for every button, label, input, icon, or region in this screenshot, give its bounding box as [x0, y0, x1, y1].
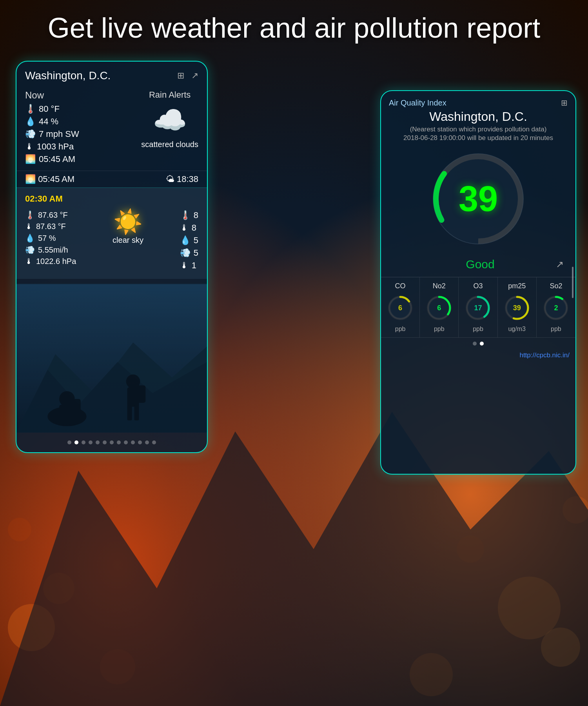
forecast-humidity: 💧 57 % [25, 233, 76, 243]
share-header-icon[interactable]: ↗ [191, 71, 198, 81]
aqi-main-gauge: 39 [427, 148, 529, 250]
aqi-link[interactable]: http://cpcb.nic.in/ [381, 349, 575, 365]
dot-6[interactable] [110, 440, 114, 444]
cloud-icon: ☁️ [141, 104, 198, 136]
forecast-pressure: 🌡 1022.6 hPa [25, 257, 76, 266]
weather-now-right: Rain Alerts ☁️ scattered clouds [141, 90, 198, 167]
dot-11[interactable] [145, 440, 149, 444]
fr-temp-low-icon: 🌡 [180, 223, 189, 233]
dot-5[interactable] [103, 440, 107, 444]
condition-text: scattered clouds [141, 140, 198, 149]
forecast-time: 02:30 AM [25, 194, 198, 204]
grid-icon[interactable]: ⊞ [177, 71, 184, 81]
svg-rect-19 [127, 405, 132, 420]
pollutant-unit-So2: ppb [539, 326, 573, 333]
dot-3[interactable] [89, 440, 93, 444]
pollutant-name-O3: O3 [461, 282, 495, 290]
forecast-humidity-icon: 💧 [25, 233, 35, 243]
fr-pressure-icon: 🌡 [180, 260, 189, 271]
weather-phone-card: Washington, D.C. ⊞ ↗ Now 🌡️ 80 °F 💧 44 %… [16, 61, 208, 453]
page-title: Get live weather and air pollution repor… [0, 12, 588, 44]
weather-header: Washington, D.C. ⊞ ↗ [16, 62, 207, 86]
mini-gauge-No2: 6 [425, 294, 453, 322]
now-label: Now [25, 90, 79, 101]
aqi-grid-icon[interactable]: ⊞ [561, 98, 568, 107]
hiker-silhouette [16, 284, 207, 433]
forecast-wind-icon: 💨 [25, 245, 35, 255]
forecast-panel: 02:30 AM 🌡️ 87.63 °F 🌡 87.63 °F 💧 57 % 💨 [16, 187, 207, 279]
forecast-right: 🌡️ 8 🌡 8 💧 5 💨 5 🌡 1 [180, 208, 198, 273]
pollutant-pm25: pm25 39 ug/m3 [498, 277, 537, 337]
aqi-station: (Nearest station which provides pollutio… [381, 126, 575, 133]
forecast-pressure-icon: 🌡 [25, 257, 33, 266]
pollutant-name-So2: So2 [539, 282, 573, 290]
aqi-dot-1[interactable] [480, 342, 484, 346]
mini-gauge-pm25: 39 [503, 294, 531, 322]
sunset-time: 🌤 18:38 [166, 174, 198, 184]
sunrise-stat: 🌅 05:45 AM [25, 154, 79, 164]
pollutant-co: CO 6 ppb [381, 277, 420, 337]
humidity-value: 44 % [39, 116, 58, 127]
pollutant-no2: No2 6 ppb [420, 277, 459, 337]
dot-9[interactable] [131, 440, 135, 444]
dot-0[interactable] [67, 440, 71, 444]
forecast-center: ☀️ clear sky [113, 208, 143, 273]
aqi-value: 39 [459, 179, 498, 219]
sunrise-icon: 🌅 [25, 154, 36, 164]
pressure-value: 1003 hPa [37, 142, 74, 152]
pressure-stat: 🌡 1003 hPa [25, 142, 79, 152]
pollutant-value-pm25: 39 [513, 304, 521, 312]
fr-temp-high-icon: 🌡️ [180, 210, 191, 220]
pollutant-unit-No2: ppb [422, 326, 456, 333]
aqi-phone-card: Air Quality Index ⊞ Washington, D.C. (Ne… [380, 90, 576, 475]
dot-1[interactable] [74, 440, 78, 444]
forecast-content: 🌡️ 87.63 °F 🌡 87.63 °F 💧 57 % 💨 5.55mi/h… [25, 208, 198, 273]
dot-4[interactable] [96, 440, 100, 444]
humidity-icon: 💧 [25, 116, 36, 127]
pollutant-unit-pm25: ug/m3 [500, 326, 534, 333]
aqi-footer-dots [381, 337, 575, 349]
aqi-date: 2018-06-28 19:00:00 will be updated in 2… [381, 134, 575, 142]
aqi-share-icon[interactable]: ↗ [556, 259, 564, 270]
forecast-thermometer-high-icon: 🌡️ [25, 210, 35, 220]
humidity-stat: 💧 44 % [25, 116, 79, 127]
wind-stat: 💨 7 mph SW [25, 129, 79, 139]
forecast-wind: 💨 5.55mi/h [25, 245, 76, 255]
aqi-dot-0[interactable] [473, 342, 477, 346]
pollutant-value-O3: 17 [474, 304, 482, 312]
dot-10[interactable] [138, 440, 142, 444]
mini-gauge-So2: 2 [542, 294, 570, 322]
time-row: 🌅 05:45 AM 🌤 18:38 [16, 171, 207, 187]
dot-2[interactable] [82, 440, 85, 444]
aqi-status-label: Good [466, 258, 494, 271]
svg-rect-16 [71, 399, 81, 415]
pollutant-name-No2: No2 [422, 282, 456, 290]
svg-rect-21 [137, 385, 145, 403]
pollutant-value-So2: 2 [554, 304, 558, 312]
pollutant-unit-CO: ppb [383, 326, 417, 333]
mini-gauge-O3: 17 [464, 294, 492, 322]
sunrise-time: 🌅 05:45 AM [25, 174, 74, 184]
rain-alerts-label: Rain Alerts [141, 90, 198, 100]
forecast-left: 🌡️ 87.63 °F 🌡 87.63 °F 💧 57 % 💨 5.55mi/h… [25, 208, 76, 273]
weather-scene [16, 284, 207, 433]
aqi-header-label: Air Quality Index [389, 98, 446, 107]
temperature-value: 80 °F [39, 104, 60, 114]
pagination-dots [16, 440, 207, 444]
pressure-icon: 🌡 [25, 142, 34, 152]
mini-gauge-CO: 6 [387, 294, 414, 322]
pollutant-o3: O3 17 ppb [459, 277, 497, 337]
wind-value: 7 mph SW [39, 129, 79, 139]
pollutant-so2: So2 2 ppb [537, 277, 575, 337]
pollutant-name-CO: CO [383, 282, 417, 290]
forecast-thermometer-low-icon: 🌡 [25, 222, 33, 231]
dot-7[interactable] [117, 440, 121, 444]
dot-8[interactable] [124, 440, 128, 444]
pollutant-value-No2: 6 [437, 304, 441, 312]
temperature-stat: 🌡️ 80 °F [25, 104, 79, 114]
pollutant-name-pm25: pm25 [500, 282, 534, 290]
forecast-temp-low: 🌡 87.63 °F [25, 222, 76, 231]
aqi-city: Washington, D.C. [381, 109, 575, 124]
thermometer-icon: 🌡️ [25, 104, 36, 114]
dot-12[interactable] [152, 440, 156, 444]
